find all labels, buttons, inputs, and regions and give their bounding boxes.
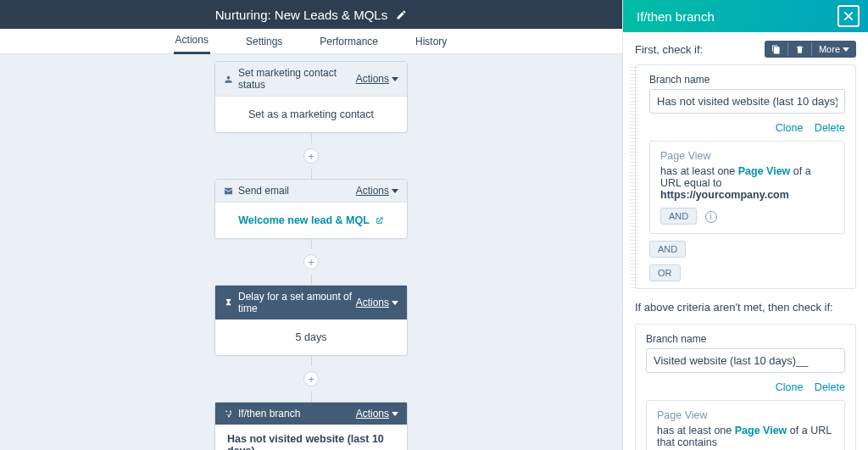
copy-button[interactable] — [765, 42, 787, 58]
card-title: Set marketing contact status — [238, 67, 356, 91]
branch-block-1: Branch name Clone Delete Page View has a… — [635, 64, 856, 289]
tab-settings[interactable]: Settings — [244, 30, 284, 53]
email-icon — [224, 186, 233, 196]
page-view-link[interactable]: Page View — [738, 165, 791, 177]
card-actions-menu[interactable]: Actions — [356, 297, 398, 308]
add-step-button[interactable]: + — [303, 371, 319, 386]
card-ifthen-branch[interactable]: If/then branch Actions Has not visited w… — [214, 402, 408, 450]
delete-link[interactable]: Delete — [815, 122, 845, 134]
criteria-box[interactable]: Page View has at least one Page View of … — [649, 141, 845, 234]
branch-name-label: Branch name — [649, 74, 845, 86]
external-link-icon — [375, 216, 384, 225]
side-panel: If/then branch First, check if: More Br — [622, 0, 868, 450]
criteria-heading: Page View — [657, 409, 834, 421]
tab-history[interactable]: History — [414, 30, 448, 53]
card-body: 5 days — [215, 319, 407, 355]
card-title: Send email — [238, 185, 289, 197]
card-body[interactable]: Welcome new lead & MQL — [215, 203, 407, 238]
add-step-button[interactable]: + — [303, 254, 319, 269]
criteria-box[interactable]: Page View has at least one Page View of … — [646, 400, 845, 450]
tab-actions[interactable]: Actions — [174, 28, 210, 54]
branch-name-label: Branch name — [646, 333, 845, 345]
add-step-button[interactable]: + — [303, 148, 319, 164]
workflow-title: Nurturing: New Leads & MQLs — [215, 8, 387, 22]
tabs: Actions Settings Performance History — [0, 29, 622, 54]
card-title: If/then branch — [238, 408, 300, 419]
drag-handle-icon[interactable] — [630, 65, 638, 288]
card-title: Delay for a set amount of time — [238, 291, 356, 314]
panel-header: If/then branch — [623, 0, 868, 32]
branch-block-2: Branch name Clone Delete Page View has a… — [635, 324, 856, 450]
clone-link[interactable]: Clone — [776, 381, 804, 393]
edit-title-icon[interactable] — [396, 9, 407, 20]
panel-toolbar: More — [765, 41, 856, 58]
clone-link[interactable]: Clone — [776, 122, 804, 134]
card-actions-menu[interactable]: Actions — [356, 73, 398, 85]
delete-link[interactable]: Delete — [815, 381, 845, 393]
card-send-email[interactable]: Send email Actions Welcome new lead & MQ… — [214, 179, 408, 239]
card-set-marketing-status[interactable]: Set marketing contact status Actions Set… — [214, 61, 408, 133]
more-menu[interactable]: More — [812, 41, 856, 58]
and-outer-button[interactable]: AND — [649, 241, 686, 258]
branch-name: Has not visited website (last 10 days) — [215, 425, 407, 450]
criteria-heading: Page View — [660, 150, 834, 162]
first-check-label: First, check if: — [635, 43, 703, 56]
and-inner-button[interactable]: AND — [660, 208, 697, 225]
panel-title: If/then branch — [637, 9, 715, 24]
workflow-canvas: Set marketing contact status Actions Set… — [0, 54, 622, 450]
else-check-label: If above criteria aren't met, then check… — [635, 301, 856, 314]
info-icon[interactable]: i — [705, 211, 717, 223]
branch-name-input[interactable] — [646, 348, 845, 373]
delay-icon — [224, 298, 233, 308]
or-button[interactable]: OR — [649, 264, 681, 281]
card-actions-menu[interactable]: Actions — [356, 408, 398, 419]
card-body: Set as a marketing contact — [215, 97, 407, 132]
branch-name-input[interactable] — [649, 89, 845, 114]
card-actions-menu[interactable]: Actions — [356, 185, 398, 197]
topbar: Nurturing: New Leads & MQLs — [0, 0, 622, 29]
criteria-url: https://yourcompany.com — [660, 189, 789, 201]
page-view-link[interactable]: Page View — [735, 425, 787, 436]
delete-button[interactable] — [788, 42, 811, 58]
contact-icon — [224, 75, 233, 84]
branch-icon — [224, 409, 233, 419]
close-panel-button[interactable] — [837, 5, 860, 27]
tab-performance[interactable]: Performance — [318, 30, 380, 53]
card-delay[interactable]: Delay for a set amount of time Actions 5… — [214, 285, 408, 356]
